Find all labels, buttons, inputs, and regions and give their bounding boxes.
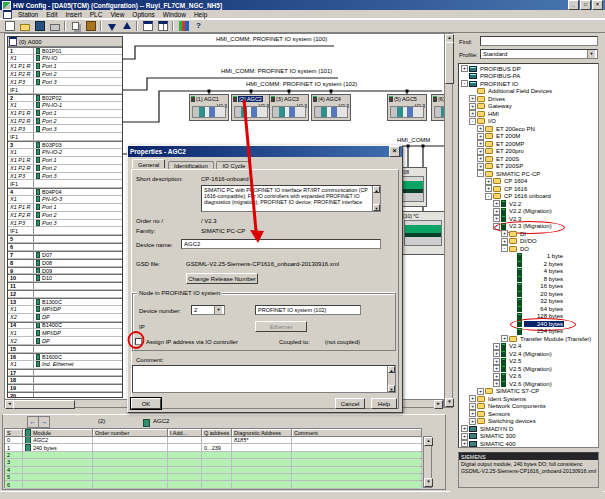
expand-icon[interactable]: + bbox=[469, 95, 476, 102]
station-row[interactable]: 16B1600C bbox=[8, 353, 122, 361]
ok-button[interactable]: OK bbox=[131, 398, 161, 409]
station-row[interactable]: X1 P2 RPort 2 bbox=[8, 71, 122, 79]
io-device[interactable]: (10) *C bbox=[401, 211, 445, 255]
change-release-number-button[interactable]: Change Release Number bbox=[186, 273, 258, 284]
close-icon[interactable]: × bbox=[592, 0, 603, 10]
collapse-icon[interactable]: - bbox=[501, 245, 508, 252]
expand-icon[interactable]: + bbox=[493, 350, 500, 357]
find-input[interactable] bbox=[480, 36, 598, 46]
station-row[interactable]: X1PN-IO bbox=[8, 55, 122, 63]
station-row[interactable]: 8D08 bbox=[8, 259, 122, 267]
station-row[interactable]: IF1 bbox=[8, 180, 122, 188]
column-header-module[interactable]: Module bbox=[23, 429, 93, 436]
tree-item[interactable]: +ET 200MP bbox=[459, 140, 598, 148]
tree-item[interactable]: +DI/DO bbox=[459, 238, 598, 246]
tree-item[interactable]: 128 bytes bbox=[459, 313, 598, 321]
station-window-button[interactable] bbox=[140, 20, 155, 32]
expand-icon[interactable]: + bbox=[461, 440, 468, 447]
io-device[interactable]: (1) AGC1V2.3 bbox=[189, 94, 229, 121]
tree-item[interactable]: +SIMATIC S7-CP bbox=[459, 388, 598, 396]
station-row[interactable]: X1 P2 RPort 2 bbox=[8, 212, 122, 220]
device-name-input[interactable]: AGC2 bbox=[181, 239, 381, 249]
collapse-icon[interactable]: - bbox=[493, 223, 500, 230]
table-row[interactable]: 6 bbox=[5, 481, 421, 488]
forward-arrow-icon[interactable]: → bbox=[38, 416, 50, 428]
tree-item[interactable]: +ET 200eco PN bbox=[459, 125, 598, 133]
maximize-icon[interactable]: □ bbox=[580, 0, 591, 10]
tree-item[interactable]: -I/O bbox=[459, 118, 598, 126]
tree-item[interactable]: -DO bbox=[459, 245, 598, 253]
menu-edit[interactable]: Edit bbox=[42, 11, 61, 18]
copy-button[interactable] bbox=[68, 20, 83, 32]
tab-identification[interactable]: Identification bbox=[168, 161, 214, 169]
tree-item[interactable]: PROFIBUS-PA bbox=[459, 73, 598, 81]
expand-icon[interactable]: + bbox=[485, 185, 492, 192]
tree-item[interactable]: +CP 1616 bbox=[459, 185, 598, 193]
station-row[interactable]: X1MPI/DP bbox=[8, 306, 122, 314]
tree-item[interactable]: Additional Field Devices bbox=[459, 88, 598, 96]
tree-item[interactable]: -SIMATIC PC-CP bbox=[459, 170, 598, 178]
station-row[interactable]: 9D09 bbox=[8, 267, 122, 275]
title-bar[interactable]: HW Config - [DA05(TCM) (Configuration) -… bbox=[0, 0, 605, 10]
expand-icon[interactable]: + bbox=[477, 388, 484, 395]
expand-icon[interactable]: + bbox=[469, 403, 476, 410]
station-row[interactable]: IF1 bbox=[8, 133, 122, 141]
column-header-order[interactable]: Order number bbox=[93, 429, 168, 436]
station-row[interactable]: X1 P3Port 3 bbox=[8, 125, 122, 133]
menu-plc[interactable]: PLC bbox=[86, 11, 107, 18]
station-row[interactable]: 2B02P02 bbox=[8, 94, 122, 102]
tree-item[interactable]: -V2.3 (Migration) bbox=[459, 223, 598, 231]
tree-item[interactable]: +Drives bbox=[459, 95, 598, 103]
tree-item[interactable]: +CP 1604 bbox=[459, 178, 598, 186]
expand-icon[interactable]: + bbox=[469, 418, 476, 425]
expand-icon[interactable]: + bbox=[493, 208, 500, 215]
expand-icon[interactable]: + bbox=[461, 433, 468, 440]
menu-station[interactable]: Station bbox=[14, 11, 42, 18]
station-row[interactable]: 20 bbox=[8, 392, 122, 398]
expand-icon[interactable]: + bbox=[477, 163, 484, 170]
expand-icon[interactable]: + bbox=[469, 103, 476, 110]
tree-item[interactable]: +ET 200S bbox=[459, 155, 598, 163]
table-row[interactable]: 4 bbox=[5, 467, 421, 474]
station-row[interactable]: 3B03P03 bbox=[8, 141, 122, 149]
station-row[interactable]: 1B01P01 bbox=[8, 47, 122, 55]
chevron-down-icon[interactable]: ▼ bbox=[214, 306, 222, 314]
tree-item[interactable]: +V2.4 bbox=[459, 343, 598, 351]
expand-icon[interactable]: + bbox=[469, 110, 476, 117]
chevron-down-icon[interactable]: ▼ bbox=[587, 50, 595, 58]
expand-icon[interactable]: + bbox=[477, 125, 484, 132]
column-header-comment[interactable]: Comment bbox=[292, 429, 422, 436]
ethernet-button[interactable]: Ethernet bbox=[255, 321, 307, 332]
tab-general[interactable]: General bbox=[132, 159, 165, 168]
dialog-title-bar[interactable]: Properties - AGC2 × bbox=[128, 146, 402, 157]
expand-icon[interactable]: + bbox=[469, 395, 476, 402]
station-row[interactable]: IF1 bbox=[8, 227, 122, 235]
tree-item[interactable]: +V2.6 (Migration) bbox=[459, 380, 598, 388]
collapse-icon[interactable]: - bbox=[461, 80, 468, 87]
station-row[interactable]: 19 bbox=[8, 384, 122, 392]
tree-item[interactable]: 2 bytes bbox=[459, 260, 598, 268]
detail-tab-name[interactable]: AGC2 bbox=[153, 418, 169, 424]
tree-item[interactable]: 32 bytes bbox=[459, 298, 598, 306]
expand-icon[interactable]: + bbox=[493, 358, 500, 365]
table-row[interactable]: 0AGC28185* bbox=[5, 437, 421, 444]
io-device[interactable]: (3) AGC3V2.3 bbox=[269, 94, 309, 121]
bus-label-100[interactable]: HMI_COMM: PROFINET IO system (100) bbox=[216, 36, 327, 42]
station-row[interactable]: 13B1300C bbox=[8, 298, 122, 306]
bus-label-102[interactable]: HMI_COMM: PROFINET IO system (102) bbox=[246, 81, 357, 87]
station-row[interactable]: X1Ind. Ethernet bbox=[8, 361, 122, 369]
tree-item[interactable]: +PROFIBUS DP bbox=[459, 65, 598, 73]
expand-icon[interactable]: + bbox=[493, 365, 500, 372]
tree-item[interactable]: +Switching devices bbox=[459, 418, 598, 426]
device-number-select[interactable]: 2 ▼ bbox=[191, 305, 225, 315]
expand-icon[interactable]: + bbox=[501, 230, 508, 237]
tree-item[interactable]: +ET 200M bbox=[459, 133, 598, 141]
tree-item[interactable]: 4 bytes bbox=[459, 268, 598, 276]
menu-view[interactable]: View bbox=[106, 11, 128, 18]
expand-icon[interactable]: + bbox=[485, 178, 492, 185]
station-row[interactable]: 6 bbox=[8, 243, 122, 251]
column-header-iaddr[interactable]: I Add... bbox=[168, 429, 202, 436]
station-row[interactable]: 4B04P04 bbox=[8, 188, 122, 196]
tree-item[interactable]: +SIMATIC 400 bbox=[459, 440, 598, 448]
station-row[interactable]: IF1 bbox=[8, 86, 122, 94]
